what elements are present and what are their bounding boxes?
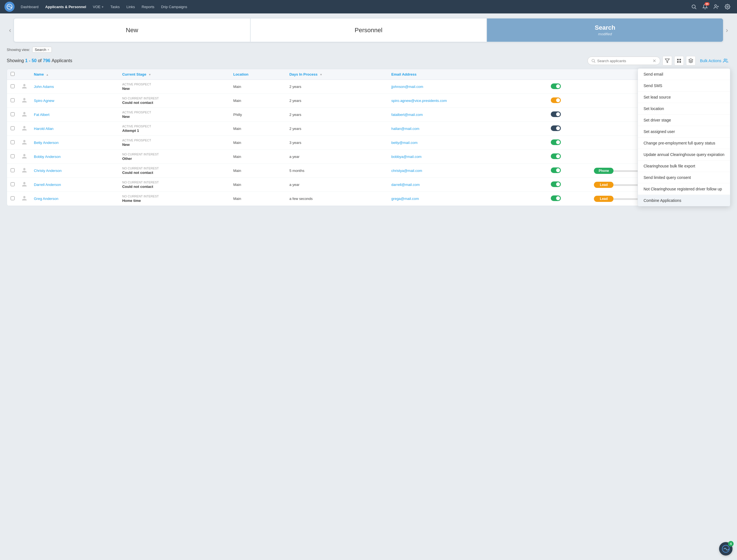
row-email[interactable]: hallan@mail.com (388, 122, 548, 136)
dropdown-set-driver-stage[interactable]: Set driver stage (638, 115, 730, 126)
row-checkbox-cell[interactable] (7, 122, 18, 136)
row-checkbox[interactable] (11, 140, 15, 144)
row-email[interactable]: christya@mail.com (388, 164, 548, 178)
settings-btn[interactable] (722, 2, 733, 12)
row-toggle[interactable] (547, 150, 591, 164)
email-link[interactable]: bobbya@mail.com (391, 155, 422, 159)
row-email[interactable]: grega@mail.com (388, 192, 548, 206)
row-checkbox[interactable] (11, 154, 15, 158)
search-box[interactable] (587, 57, 660, 65)
applicant-name-link[interactable]: Spiro Agnew (34, 99, 54, 103)
email-link[interactable]: hallan@mail.com (391, 127, 419, 131)
th-location[interactable]: Location (230, 69, 286, 80)
dropdown-set-location[interactable]: Set location (638, 103, 730, 115)
row-toggle[interactable] (547, 80, 591, 94)
nav-reports[interactable]: Reports (139, 3, 157, 11)
th-days[interactable]: Days In Process ▼ (286, 69, 388, 80)
add-user-btn[interactable] (711, 2, 721, 12)
row-checkbox[interactable] (11, 112, 15, 116)
email-link[interactable]: darrell@mail.com (391, 183, 420, 187)
nav-drip[interactable]: Drip Campaigns (158, 3, 190, 11)
prev-arrow[interactable]: ‹ (7, 26, 13, 34)
bottom-badge[interactable]: 4 (719, 542, 733, 556)
search-input[interactable] (597, 59, 650, 63)
row-toggle[interactable] (547, 94, 591, 108)
row-name[interactable]: Greg Anderson (31, 192, 119, 206)
row-name[interactable]: Christy Anderson (31, 164, 119, 178)
row-name[interactable]: Betty Anderson (31, 136, 119, 150)
row-name[interactable]: Fat Albert (31, 108, 119, 122)
dropdown-not-clearinghouse[interactable]: Not Clearinghouse registered driver foll… (638, 183, 730, 195)
email-link[interactable]: jjohnson@mail.com (391, 85, 423, 89)
search-icon-btn[interactable] (689, 2, 699, 12)
row-checkbox-cell[interactable] (7, 108, 18, 122)
email-link[interactable]: grega@mail.com (391, 197, 419, 201)
th-select-all[interactable] (7, 69, 18, 80)
email-link[interactable]: fatalbert@mail.com (391, 113, 423, 117)
toggle-switch[interactable] (551, 83, 561, 89)
th-name[interactable]: Name ▲ (31, 69, 119, 80)
row-checkbox-cell[interactable] (7, 192, 18, 206)
applicant-name-link[interactable]: Betty Anderson (34, 141, 59, 145)
row-toggle[interactable] (547, 108, 591, 122)
nav-applicants[interactable]: Applicants & Personnel (43, 3, 89, 11)
nav-dashboard[interactable]: Dashboard (18, 3, 41, 11)
applicant-name-link[interactable]: Greg Anderson (34, 197, 58, 201)
row-email[interactable]: darrell@mail.com (388, 178, 548, 192)
view-badge-close[interactable]: × (47, 48, 49, 52)
row-email[interactable]: jjohnson@mail.com (388, 80, 548, 94)
notifications-btn[interactable]: 65 (700, 2, 710, 12)
tab-search[interactable]: Search modified (487, 18, 723, 42)
row-name[interactable]: Darrell Anderson (31, 178, 119, 192)
row-toggle[interactable] (547, 136, 591, 150)
logo[interactable] (4, 2, 15, 12)
toggle-switch[interactable] (551, 167, 561, 173)
row-checkbox[interactable] (11, 196, 15, 200)
th-email[interactable]: Email Address (388, 69, 548, 80)
row-toggle[interactable] (547, 192, 591, 206)
email-link[interactable]: betty@mail.com (391, 141, 418, 145)
dropdown-clearinghouse-export[interactable]: Clearinghouse bulk file export (638, 160, 730, 172)
row-checkbox[interactable] (11, 182, 15, 186)
toggle-switch[interactable] (551, 139, 561, 145)
clear-search-icon[interactable] (652, 59, 657, 63)
bulk-actions-btn[interactable]: Bulk Actions (698, 57, 730, 65)
toggle-switch[interactable] (551, 97, 561, 103)
grid-view-btn[interactable] (674, 56, 684, 66)
row-checkbox-cell[interactable] (7, 150, 18, 164)
nav-links[interactable]: Links (123, 3, 137, 11)
nav-voe[interactable]: VOE + (90, 3, 107, 11)
email-link[interactable]: spiro.agnew@vice.presidents.com (391, 99, 447, 103)
row-name[interactable]: John Adams (31, 80, 119, 94)
toggle-switch[interactable] (551, 153, 561, 159)
row-name[interactable]: Harold Allan (31, 122, 119, 136)
row-name[interactable]: Spiro Agnew (31, 94, 119, 108)
view-badge[interactable]: Search × (32, 47, 52, 53)
toggle-switch[interactable] (551, 181, 561, 187)
row-email[interactable]: bobbya@mail.com (388, 150, 548, 164)
select-all-checkbox[interactable] (11, 72, 15, 76)
th-stage[interactable]: Current Stage ▼ (119, 69, 230, 80)
row-toggle[interactable] (547, 178, 591, 192)
dropdown-send-email[interactable]: Send email (638, 69, 730, 80)
applicant-name-link[interactable]: Bobby Anderson (34, 155, 60, 159)
dropdown-send-limited-query[interactable]: Send limited query consent (638, 172, 730, 183)
row-name[interactable]: Bobby Anderson (31, 150, 119, 164)
row-toggle[interactable] (547, 122, 591, 136)
dropdown-change-preemployment[interactable]: Change pre-employment full query status (638, 137, 730, 149)
nav-tasks[interactable]: Tasks (108, 3, 122, 11)
row-checkbox[interactable] (11, 126, 15, 130)
row-checkbox-cell[interactable] (7, 178, 18, 192)
row-email[interactable]: spiro.agnew@vice.presidents.com (388, 94, 548, 108)
toggle-switch[interactable] (551, 111, 561, 117)
filter-btn[interactable] (663, 56, 672, 66)
dropdown-set-assigned-user[interactable]: Set assigned user (638, 126, 730, 137)
row-checkbox-cell[interactable] (7, 164, 18, 178)
tab-personnel[interactable]: Personnel (250, 18, 487, 42)
row-checkbox-cell[interactable] (7, 80, 18, 94)
applicant-name-link[interactable]: Darrell Anderson (34, 183, 61, 187)
email-link[interactable]: christya@mail.com (391, 169, 422, 173)
applicant-name-link[interactable]: Fat Albert (34, 113, 50, 117)
applicant-name-link[interactable]: Harold Allan (34, 127, 53, 131)
row-email[interactable]: betty@mail.com (388, 136, 548, 150)
